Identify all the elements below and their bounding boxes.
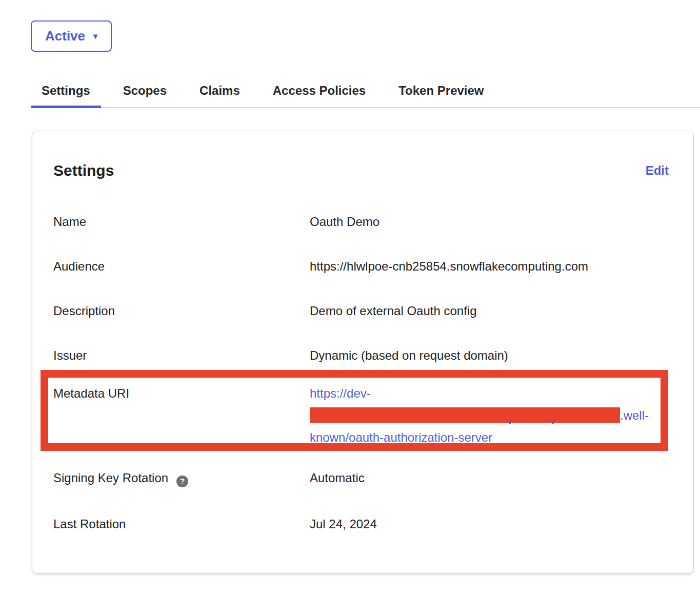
settings-panel: Settings Edit Name Oauth Demo Audience h… (32, 131, 694, 574)
metadata-uri-link[interactable]: https://dev- .well- known/oauth-authoriz… (310, 382, 669, 448)
tab-access-policies[interactable]: Access Policies (262, 83, 376, 107)
metadata-uri-line3[interactable]: known/oauth-authorization-server (310, 426, 669, 448)
tab-label: Token Preview (398, 84, 484, 97)
field-label: Metadata URI (53, 382, 310, 448)
tab-label: Access Policies (273, 84, 366, 97)
metadata-uri-line2[interactable]: .well- (310, 404, 669, 426)
field-row-signing-key-rotation: Signing Key Rotation? Automatic (53, 470, 669, 487)
tab-claims[interactable]: Claims (189, 83, 251, 107)
metadata-uri-line1[interactable]: https://dev- (310, 382, 669, 404)
field-row-issuer: Issuer Dynamic (based on request domain) (53, 348, 669, 363)
metadata-uri-line2-suffix[interactable]: .well- (620, 408, 649, 422)
tab-bar: Settings Scopes Claims Access Policies T… (31, 83, 700, 108)
tab-label: Scopes (123, 84, 167, 97)
panel-title: Settings (53, 161, 114, 180)
field-row-audience: Audience https://hlwlpoe-cnb25854.snowfl… (53, 259, 669, 274)
edit-link[interactable]: Edit (646, 161, 669, 180)
status-label: Active (45, 28, 85, 44)
field-value: Jul 24, 2024 (310, 517, 669, 532)
field-label: Signing Key Rotation (53, 471, 168, 485)
field-value: Dynamic (based on request domain) (310, 348, 669, 363)
field-label: Audience (53, 259, 310, 274)
field-value: Demo of external Oauth config (310, 303, 669, 319)
redacted-text-remnant (552, 420, 554, 424)
field-label: Description (53, 303, 310, 319)
tab-label: Settings (42, 84, 90, 97)
tab-token-preview[interactable]: Token Preview (388, 83, 494, 107)
status-dropdown-button[interactable]: Active ▾ (31, 20, 112, 52)
field-value: Automatic (310, 470, 669, 487)
field-row-description: Description Demo of external Oauth confi… (53, 303, 669, 319)
field-row-metadata-uri: Metadata URI https://dev- .well- known/o… (53, 382, 669, 448)
tab-label: Claims (199, 84, 240, 97)
panel-header: Settings Edit (53, 161, 669, 180)
field-value: https://hlwlpoe-cnb25854.snowflakecomput… (310, 259, 669, 274)
field-label: Issuer (53, 348, 310, 363)
redacted-text-remnant (509, 420, 511, 424)
field-label: Name (53, 214, 310, 230)
tab-scopes[interactable]: Scopes (112, 83, 177, 107)
authorization-server-page: Active ▾ Settings Scopes Claims Access P… (0, 0, 700, 599)
redaction-bar (310, 407, 620, 423)
tab-settings[interactable]: Settings (31, 83, 101, 107)
help-icon[interactable]: ? (176, 476, 188, 487)
field-label: Last Rotation (53, 517, 310, 532)
field-value: Oauth Demo (310, 214, 669, 230)
field-row-name: Name Oauth Demo (53, 214, 669, 230)
field-row-last-rotation: Last Rotation Jul 24, 2024 (53, 517, 669, 532)
caret-down-icon: ▾ (93, 32, 97, 40)
